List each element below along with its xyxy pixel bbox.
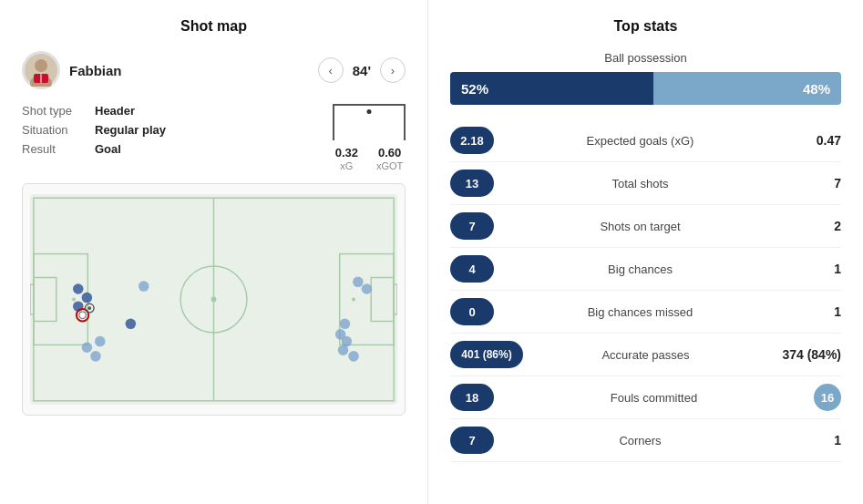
svg-point-31: [362, 283, 373, 294]
player-name: Fabbian: [69, 63, 318, 78]
xg-item: 0.32 xG: [335, 146, 358, 172]
stat-name: Big chances missed: [494, 305, 786, 319]
stat-row-5: 401 (86%)Accurate passes374 (84%): [450, 334, 841, 376]
svg-point-25: [139, 281, 149, 292]
svg-point-26: [126, 319, 137, 330]
svg-point-22: [79, 312, 87, 319]
svg-point-29: [90, 351, 101, 362]
svg-point-35: [338, 345, 349, 355]
stat-away-value: 7: [786, 176, 841, 190]
situation-value: Regular play: [95, 123, 166, 137]
stat-away-value: 1: [786, 433, 841, 447]
stat-home-badge: 401 (86%): [450, 341, 523, 368]
player-row: Fabbian ‹ 84' ›: [22, 51, 406, 89]
shot-info: Shot type Header Situation Regular play …: [22, 104, 406, 172]
stat-home-badge: 18: [450, 384, 494, 411]
svg-point-9: [211, 297, 217, 303]
stat-name: Big chances: [494, 262, 786, 276]
next-button[interactable]: ›: [380, 57, 406, 83]
top-stats-title: Top stats: [450, 18, 841, 35]
shot-map-title: Shot map: [22, 18, 406, 35]
stat-name: Corners: [494, 434, 786, 447]
stat-row-0: 2.18Expected goals (xG)0.47: [450, 119, 841, 162]
shot-details: Shot type Header Situation Regular play …: [22, 104, 314, 172]
possession-home: 52%: [450, 72, 653, 105]
svg-point-17: [352, 298, 355, 302]
svg-point-19: [82, 293, 93, 303]
stat-name: Fouls committed: [494, 391, 814, 405]
possession-label: Ball possession: [450, 51, 841, 65]
stat-row-6: 18Fouls committed16: [450, 376, 841, 419]
xgot-item: 0.60 xGOT: [376, 146, 403, 172]
top-stats-panel: Top stats Ball possession 52% 48% 2.18Ex…: [428, 0, 863, 504]
xg-value: 0.32: [335, 146, 358, 159]
minute-badge: 84': [353, 63, 371, 78]
stat-home-badge: 2.18: [450, 127, 494, 154]
svg-point-24: [87, 306, 91, 310]
stat-home-badge: 7: [450, 427, 494, 454]
stat-away-value: 0.47: [786, 133, 841, 148]
svg-point-32: [340, 319, 351, 330]
stat-name: Expected goals (xG): [494, 134, 786, 148]
stat-away-value: 374 (84%): [768, 347, 841, 362]
shot-type-row: Shot type Header: [22, 104, 314, 118]
stat-row-2: 7Shots on target2: [450, 205, 841, 248]
shot-type-value: Header: [95, 104, 135, 118]
stat-row-3: 4Big chances1: [450, 248, 841, 291]
stat-home-badge: 7: [450, 212, 494, 240]
xgot-label: xGOT: [376, 160, 403, 171]
situation-label: Situation: [22, 123, 95, 137]
field-svg: [30, 191, 397, 407]
stat-away-value: 2: [786, 219, 841, 233]
possession-away: 48%: [653, 72, 841, 105]
stat-home-badge: 13: [450, 170, 494, 197]
stat-away-value: 1: [786, 304, 841, 319]
result-value: Goal: [95, 142, 121, 156]
stat-name: Accurate passes: [523, 348, 768, 362]
stat-name: Total shots: [494, 177, 786, 190]
stat-away-value: 16: [814, 384, 841, 411]
xg-label: xG: [340, 160, 353, 171]
stat-name: Shots on target: [494, 220, 786, 233]
stat-home-badge: 0: [450, 298, 494, 325]
prev-button[interactable]: ‹: [318, 57, 344, 83]
result-label: Result: [22, 142, 95, 156]
svg-point-1: [35, 59, 47, 72]
situation-row: Situation Regular play: [22, 123, 314, 137]
xgot-value: 0.60: [376, 146, 403, 159]
result-row: Result Goal: [22, 142, 314, 156]
stat-away-value: 1: [786, 262, 841, 276]
avatar: [22, 51, 60, 89]
goal-diagram: 0.32 xG 0.60 xGOT: [333, 104, 406, 172]
stat-row-1: 13Total shots7: [450, 162, 841, 205]
svg-point-27: [95, 336, 106, 347]
stats-container: 2.18Expected goals (xG)0.4713Total shots…: [450, 119, 841, 462]
stat-row-7: 7Corners1: [450, 419, 841, 462]
svg-point-28: [82, 343, 93, 354]
svg-point-30: [353, 277, 364, 288]
shot-type-label: Shot type: [22, 104, 95, 118]
goal-frame: [333, 104, 406, 140]
field-container: [22, 183, 406, 416]
svg-point-18: [73, 283, 84, 294]
xg-row: 0.32 xG 0.60 xGOT: [335, 146, 404, 172]
svg-point-16: [72, 298, 76, 302]
stat-row-4: 0Big chances missed1: [450, 291, 841, 334]
stat-home-badge: 4: [450, 255, 494, 283]
possession-bar: 52% 48%: [450, 72, 841, 105]
shot-map-panel: Shot map Fabbian ‹ 84' › Shot type Heade…: [0, 0, 428, 504]
svg-point-36: [348, 351, 359, 362]
